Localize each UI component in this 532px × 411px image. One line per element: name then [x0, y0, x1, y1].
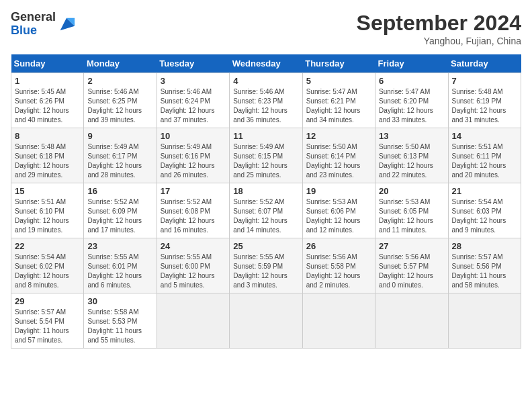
- day-number: 12: [306, 131, 371, 141]
- day-info: Sunrise: 5:56 AMSunset: 5:57 PMDaylight:…: [379, 253, 444, 290]
- day-info: Sunrise: 5:52 AMSunset: 6:09 PMDaylight:…: [87, 197, 152, 235]
- empty-cell: [375, 293, 448, 349]
- day-cell-17: 17Sunrise: 5:52 AMSunset: 6:08 PMDayligh…: [157, 183, 229, 238]
- page-header: General Blue September 2024 Yanghou, Fuj…: [11, 11, 521, 46]
- day-cell-4: 4Sunrise: 5:46 AMSunset: 6:23 PMDaylight…: [230, 73, 302, 128]
- day-info: Sunrise: 5:55 AMSunset: 5:59 PMDaylight:…: [233, 253, 298, 290]
- day-number: 14: [452, 131, 517, 141]
- day-cell-26: 26Sunrise: 5:56 AMSunset: 5:58 PMDayligh…: [302, 238, 375, 293]
- day-number: 2: [87, 76, 152, 86]
- day-info: Sunrise: 5:47 AMSunset: 6:20 PMDaylight:…: [379, 87, 444, 125]
- day-cell-11: 11Sunrise: 5:49 AMSunset: 6:15 PMDayligh…: [230, 128, 302, 183]
- day-number: 15: [15, 186, 80, 196]
- day-info: Sunrise: 5:55 AMSunset: 6:00 PMDaylight:…: [161, 253, 226, 290]
- day-cell-8: 8Sunrise: 5:48 AMSunset: 6:18 PMDaylight…: [11, 128, 84, 183]
- calendar-week-3: 15Sunrise: 5:51 AMSunset: 6:10 PMDayligh…: [11, 183, 521, 238]
- day-cell-10: 10Sunrise: 5:49 AMSunset: 6:16 PMDayligh…: [157, 128, 229, 183]
- day-info: Sunrise: 5:46 AMSunset: 6:23 PMDaylight:…: [233, 87, 298, 125]
- day-number: 25: [233, 241, 298, 251]
- day-number: 3: [161, 76, 226, 86]
- day-number: 1: [15, 76, 80, 86]
- day-cell-18: 18Sunrise: 5:52 AMSunset: 6:07 PMDayligh…: [230, 183, 302, 238]
- day-info: Sunrise: 5:53 AMSunset: 6:06 PMDaylight:…: [306, 197, 371, 235]
- empty-cell: [230, 293, 302, 349]
- day-cell-25: 25Sunrise: 5:55 AMSunset: 5:59 PMDayligh…: [230, 238, 302, 293]
- day-number: 19: [306, 186, 371, 196]
- day-cell-20: 20Sunrise: 5:53 AMSunset: 6:05 PMDayligh…: [375, 183, 448, 238]
- weekday-header-sunday: Sunday: [11, 54, 84, 73]
- weekday-header-tuesday: Tuesday: [157, 54, 229, 73]
- weekday-header-thursday: Thursday: [302, 54, 375, 73]
- day-cell-23: 23Sunrise: 5:55 AMSunset: 6:01 PMDayligh…: [84, 238, 157, 293]
- day-info: Sunrise: 5:49 AMSunset: 6:15 PMDaylight:…: [233, 142, 298, 180]
- calendar-table: SundayMondayTuesdayWednesdayThursdayFrid…: [11, 54, 521, 349]
- day-info: Sunrise: 5:52 AMSunset: 6:08 PMDaylight:…: [161, 197, 226, 235]
- day-cell-16: 16Sunrise: 5:52 AMSunset: 6:09 PMDayligh…: [84, 183, 157, 238]
- day-info: Sunrise: 5:46 AMSunset: 6:25 PMDaylight:…: [87, 87, 152, 125]
- day-info: Sunrise: 5:49 AMSunset: 6:17 PMDaylight:…: [87, 142, 152, 180]
- logo-icon: [57, 15, 76, 34]
- day-number: 4: [233, 76, 298, 86]
- day-info: Sunrise: 5:48 AMSunset: 6:19 PMDaylight:…: [452, 87, 517, 125]
- day-number: 9: [87, 131, 152, 141]
- day-number: 24: [161, 241, 226, 251]
- weekday-header-saturday: Saturday: [448, 54, 521, 73]
- day-number: 6: [379, 76, 444, 86]
- day-cell-6: 6Sunrise: 5:47 AMSunset: 6:20 PMDaylight…: [375, 73, 448, 128]
- calendar-week-5: 29Sunrise: 5:57 AMSunset: 5:54 PMDayligh…: [11, 293, 521, 349]
- location: Yanghou, Fujian, China: [357, 36, 521, 46]
- day-number: 7: [452, 76, 517, 86]
- logo: General Blue: [11, 11, 76, 38]
- day-cell-14: 14Sunrise: 5:51 AMSunset: 6:11 PMDayligh…: [448, 128, 521, 183]
- day-number: 10: [161, 131, 226, 141]
- day-info: Sunrise: 5:45 AMSunset: 6:26 PMDaylight:…: [15, 87, 80, 125]
- day-cell-30: 30Sunrise: 5:58 AMSunset: 5:53 PMDayligh…: [84, 293, 157, 349]
- day-info: Sunrise: 5:51 AMSunset: 6:11 PMDaylight:…: [452, 142, 517, 180]
- day-info: Sunrise: 5:54 AMSunset: 6:02 PMDaylight:…: [15, 253, 80, 290]
- day-cell-15: 15Sunrise: 5:51 AMSunset: 6:10 PMDayligh…: [11, 183, 84, 238]
- empty-cell: [157, 293, 229, 349]
- calendar-week-1: 1Sunrise: 5:45 AMSunset: 6:26 PMDaylight…: [11, 73, 521, 128]
- day-number: 30: [87, 296, 152, 306]
- day-info: Sunrise: 5:51 AMSunset: 6:10 PMDaylight:…: [15, 197, 80, 235]
- empty-cell: [302, 293, 375, 349]
- day-info: Sunrise: 5:55 AMSunset: 6:01 PMDaylight:…: [87, 253, 152, 290]
- day-number: 21: [452, 186, 517, 196]
- day-number: 5: [306, 76, 371, 86]
- empty-cell: [448, 293, 521, 349]
- day-info: Sunrise: 5:49 AMSunset: 6:16 PMDaylight:…: [161, 142, 226, 180]
- day-cell-22: 22Sunrise: 5:54 AMSunset: 6:02 PMDayligh…: [11, 238, 84, 293]
- day-number: 23: [87, 241, 152, 251]
- day-number: 28: [452, 241, 517, 251]
- day-info: Sunrise: 5:58 AMSunset: 5:53 PMDaylight:…: [87, 308, 152, 345]
- logo-blue: Blue: [11, 24, 37, 37]
- logo-general: General: [11, 10, 56, 24]
- day-cell-28: 28Sunrise: 5:57 AMSunset: 5:56 PMDayligh…: [448, 238, 521, 293]
- day-number: 20: [379, 186, 444, 196]
- day-info: Sunrise: 5:47 AMSunset: 6:21 PMDaylight:…: [306, 87, 371, 125]
- day-info: Sunrise: 5:57 AMSunset: 5:54 PMDaylight:…: [15, 308, 80, 345]
- day-number: 17: [161, 186, 226, 196]
- day-cell-3: 3Sunrise: 5:46 AMSunset: 6:24 PMDaylight…: [157, 73, 229, 128]
- day-cell-29: 29Sunrise: 5:57 AMSunset: 5:54 PMDayligh…: [11, 293, 84, 349]
- day-cell-2: 2Sunrise: 5:46 AMSunset: 6:25 PMDaylight…: [84, 73, 157, 128]
- day-number: 26: [306, 241, 371, 251]
- day-number: 8: [15, 131, 80, 141]
- day-number: 29: [15, 296, 80, 306]
- calendar-week-4: 22Sunrise: 5:54 AMSunset: 6:02 PMDayligh…: [11, 238, 521, 293]
- weekday-header-friday: Friday: [375, 54, 448, 73]
- day-cell-13: 13Sunrise: 5:50 AMSunset: 6:13 PMDayligh…: [375, 128, 448, 183]
- day-info: Sunrise: 5:53 AMSunset: 6:05 PMDaylight:…: [379, 197, 444, 235]
- day-info: Sunrise: 5:50 AMSunset: 6:13 PMDaylight:…: [379, 142, 444, 180]
- day-cell-9: 9Sunrise: 5:49 AMSunset: 6:17 PMDaylight…: [84, 128, 157, 183]
- day-cell-24: 24Sunrise: 5:55 AMSunset: 6:00 PMDayligh…: [157, 238, 229, 293]
- weekday-header-row: SundayMondayTuesdayWednesdayThursdayFrid…: [11, 54, 521, 73]
- day-cell-27: 27Sunrise: 5:56 AMSunset: 5:57 PMDayligh…: [375, 238, 448, 293]
- day-cell-19: 19Sunrise: 5:53 AMSunset: 6:06 PMDayligh…: [302, 183, 375, 238]
- day-info: Sunrise: 5:46 AMSunset: 6:24 PMDaylight:…: [161, 87, 226, 125]
- title-block: September 2024 Yanghou, Fujian, China: [357, 11, 521, 46]
- day-cell-12: 12Sunrise: 5:50 AMSunset: 6:14 PMDayligh…: [302, 128, 375, 183]
- day-number: 13: [379, 131, 444, 141]
- day-info: Sunrise: 5:57 AMSunset: 5:56 PMDaylight:…: [452, 253, 517, 290]
- calendar-week-2: 8Sunrise: 5:48 AMSunset: 6:18 PMDaylight…: [11, 128, 521, 183]
